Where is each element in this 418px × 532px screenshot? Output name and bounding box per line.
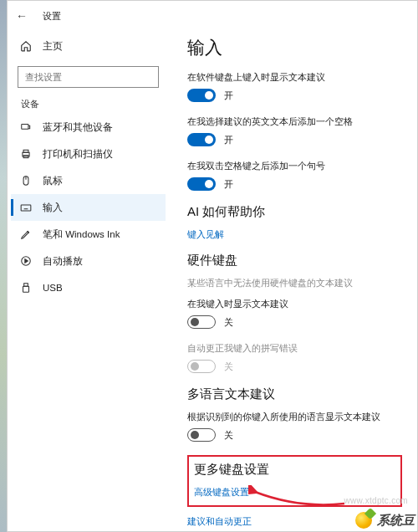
sidebar-item-typing[interactable]: 输入	[11, 194, 166, 221]
opt2-state: 开	[224, 134, 233, 146]
sidebar-item-label: 蓝牙和其他设备	[43, 121, 113, 134]
sidebar-item-label: 打印机和扫描仪	[43, 148, 113, 161]
sidebar-home-label: 主页	[43, 40, 63, 53]
hw-opt2-toggle	[187, 360, 216, 373]
autoplay-icon	[19, 254, 33, 268]
pen-icon	[19, 228, 33, 241]
hw-opt1-label: 在我键入时显示文本建议	[187, 298, 402, 310]
sidebar-item-label: USB	[43, 283, 63, 293]
sidebar-item-pen[interactable]: 笔和 Windows Ink	[11, 221, 166, 248]
hw-opt2-state: 关	[224, 361, 233, 373]
sidebar-group-label: 设备	[11, 98, 166, 110]
keyboard-icon	[19, 201, 33, 214]
opt3-state: 开	[224, 178, 233, 191]
multi-state: 关	[224, 429, 233, 442]
opt3-toggle[interactable]	[187, 177, 216, 191]
settings-window: ← 设置 主页 设备 蓝牙和其他设备	[7, 0, 418, 532]
multi-heading: 多语言文本建议	[187, 386, 402, 402]
sidebar-item-label: 输入	[43, 202, 63, 214]
page-title: 输入	[187, 36, 402, 59]
multi-desc: 根据识别到的你键入所使用的语言显示文本建议	[187, 411, 402, 423]
window-title: 设置	[43, 10, 61, 23]
opt1-state: 开	[224, 90, 233, 102]
svg-rect-6	[21, 205, 31, 211]
hw-desc: 某些语言中无法使用硬件键盘的文本建议	[187, 277, 402, 289]
titlebar: ← 设置	[8, 1, 417, 31]
mouse-icon	[19, 174, 33, 187]
hw-opt2-label: 自动更正我键入的拼写错误	[187, 342, 402, 355]
desktop-edge-strip	[0, 0, 7, 532]
opt2-label: 在我选择建议的英文文本后添加一个空格	[187, 115, 402, 128]
watermark-url: www.xtdptc.com	[344, 496, 408, 505]
sidebar-item-bluetooth[interactable]: 蓝牙和其他设备	[11, 114, 166, 141]
more-heading: 更多键盘设置	[194, 462, 395, 478]
hw-opt1-toggle[interactable]	[187, 315, 216, 329]
ai-link[interactable]: 键入见解	[187, 228, 402, 241]
svg-rect-0	[22, 125, 28, 130]
watermark-logo-icon	[355, 512, 372, 529]
sidebar-home[interactable]: 主页	[11, 33, 166, 59]
multi-toggle[interactable]	[187, 428, 216, 442]
watermark: 系统豆	[355, 512, 415, 529]
sidebar-item-mouse[interactable]: 鼠标	[11, 167, 166, 194]
hw-opt1-state: 关	[224, 316, 233, 329]
content-pane: 输入 在软件键盘上键入时显示文本建议 开 在我选择建议的英文文本后添加一个空格 …	[169, 31, 417, 531]
opt1-label: 在软件键盘上键入时显示文本建议	[187, 71, 402, 84]
search-wrap	[18, 66, 159, 88]
ai-heading: AI 如何帮助你	[187, 204, 402, 220]
opt3-label: 在我双击空格键之后添加一个句号	[187, 160, 402, 172]
sidebar-item-label: 自动播放	[43, 255, 83, 268]
svg-marker-13	[25, 259, 28, 263]
opt1-toggle[interactable]	[187, 89, 216, 102]
svg-rect-2	[23, 150, 28, 152]
bluetooth-icon	[19, 120, 33, 134]
sidebar-item-label: 鼠标	[43, 175, 63, 187]
svg-rect-15	[23, 286, 29, 292]
sidebar: 主页 设备 蓝牙和其他设备 打印机和扫描仪	[8, 31, 169, 531]
sidebar-item-usb[interactable]: USB	[11, 274, 166, 301]
back-icon[interactable]: ←	[16, 9, 31, 23]
watermark-text: 系统豆	[377, 513, 415, 529]
sidebar-item-autoplay[interactable]: 自动播放	[11, 248, 166, 274]
printer-icon	[19, 147, 33, 161]
sidebar-item-label: 笔和 Windows Ink	[43, 228, 120, 241]
home-icon	[19, 39, 33, 53]
usb-icon	[19, 281, 33, 294]
hw-heading: 硬件键盘	[187, 253, 402, 269]
search-input[interactable]	[18, 66, 159, 88]
opt2-toggle[interactable]	[187, 133, 216, 146]
sidebar-item-printers[interactable]: 打印机和扫描仪	[11, 141, 166, 167]
